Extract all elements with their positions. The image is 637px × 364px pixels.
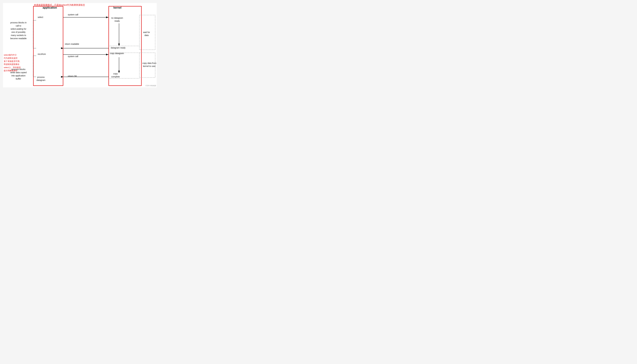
system-call-1-label: system call	[68, 13, 78, 16]
diagram-container: 本质就是阻塞模式，只是由select代为检测资源状态 application k…	[3, 3, 157, 88]
recvfrom-label: recvfrom	[38, 53, 46, 56]
wait-for-data-label: wait fordata	[143, 31, 150, 37]
return-readable-label: return readable	[65, 43, 79, 46]
select-label: select	[38, 16, 43, 19]
left-annotation-1: process blocks incall toselect,waiting f…	[4, 21, 33, 40]
left-annotation-3: process blockswhile data copiedinto appl…	[4, 68, 33, 80]
copy-datagram-label: copy datagram	[110, 52, 124, 55]
kernel-label: kernel	[114, 6, 122, 9]
application-label: application	[43, 6, 57, 9]
copy-data-label: copy data fromkernel to user	[142, 62, 156, 68]
no-datagram-ready-label: no datagramready	[111, 16, 123, 22]
watermark: CSDN 博客截图	[146, 85, 156, 87]
process-datagram-label: processdatagram	[36, 76, 45, 82]
return-ok-label: return OK	[68, 75, 77, 78]
system-call-2-label: system call	[68, 55, 78, 58]
copy-complete-label: copycomplete	[111, 72, 120, 78]
datagram-ready-label: datagram ready	[111, 46, 126, 50]
